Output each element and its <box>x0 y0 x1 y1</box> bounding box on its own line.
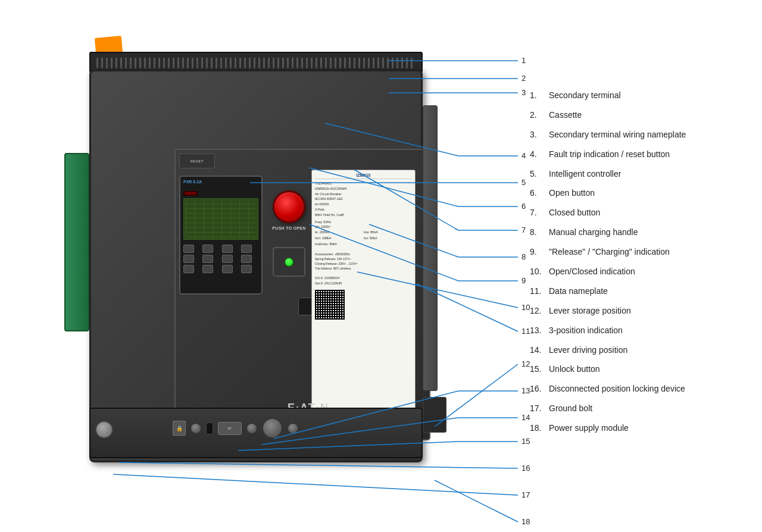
legend-item-9: 9. "Release" / "Charging" indication <box>530 246 744 258</box>
legend-number-3: 3. <box>530 129 549 140</box>
fault-reset-area: RESET <box>179 154 215 168</box>
data-row-7: MNV Hold Hz, CatB <box>315 212 412 218</box>
svg-line-23 <box>119 462 518 468</box>
legend-item-4: 4. Fault trip indication / reset button <box>530 149 744 160</box>
legend-number-4: 4. <box>530 149 549 160</box>
right-rail <box>423 105 438 391</box>
data-row-serial: GS-0: 21N08024 <box>315 276 412 281</box>
small-knob-3[interactable] <box>288 423 298 434</box>
lever-shape[interactable]: BT <box>218 422 242 435</box>
legend-item-6: 6. Open button <box>530 187 744 199</box>
legend-text-1: Secondary terminal <box>549 90 744 101</box>
legend-number-15: 15. <box>530 364 549 375</box>
legend-item-17: 17. Ground bolt <box>530 403 744 414</box>
legend-list: 1. Secondary terminal 2. Cassette 3. Sec… <box>530 90 744 442</box>
lock-icon: 🔒 <box>176 425 183 431</box>
terminal-dots <box>96 58 416 68</box>
legend-item-5: 5. Intelligent controller <box>530 168 744 180</box>
page-container: ▓▓▓▓▓▓▓▓▓▓▓▓▓▓▓▓▓▓▓▓▓▓▓▓▓▓▓▓▓▓▓▓▓▓▓▓▓▓▓▓… <box>0 0 762 532</box>
legend-text-13: 3-position indication <box>549 325 744 336</box>
left-accessory <box>64 153 89 331</box>
legend-number-11: 11. <box>530 286 549 297</box>
legend-number-10: 10. <box>530 266 549 277</box>
data-row-9: Ue: 1000V <box>315 224 412 230</box>
legend-text-10: Open/Closed indication <box>549 266 744 277</box>
ctrl-btn-5[interactable] <box>183 255 194 263</box>
lock-icon-box: 🔒 <box>173 421 186 436</box>
ctrl-btn-12[interactable] <box>241 265 252 273</box>
legend-text-14: Lever driving position <box>549 345 744 356</box>
legend-item-13: 13. 3-position indication <box>530 325 744 336</box>
data-row-3: Air Circuit Breaker <box>315 192 412 197</box>
legend-item-3: 3. Secondary terminal wiring nameplate <box>530 129 744 140</box>
legend-item-7: 7. Closed button <box>530 207 744 218</box>
data-col-1: Ie: 2000A <box>315 230 363 235</box>
small-knob-1[interactable] <box>190 423 201 434</box>
data-nameplate: IZM6GS Y12546911 IZM06GS-AGC2RWH Air Cir… <box>311 170 416 437</box>
legend-text-18: Power supply module <box>549 423 744 434</box>
legend-text-9: "Release" / "Charging" indication <box>549 246 744 258</box>
status-indicator: ERROR <box>183 191 198 196</box>
legend-text-17: Ground bolt <box>549 403 744 414</box>
ctrl-btn-4[interactable] <box>241 245 252 253</box>
legend-item-16: 16. Disconnected position locking device <box>530 383 744 395</box>
big-knob[interactable] <box>262 418 283 439</box>
legend-text-6: Open button <box>549 187 744 199</box>
legend-number-7: 7. <box>530 207 549 218</box>
diagram-area: ▓▓▓▓▓▓▓▓▓▓▓▓▓▓▓▓▓▓▓▓▓▓▓▓▓▓▓▓▓▓▓▓▓▓▓▓▓▓▓▓… <box>0 0 512 532</box>
legend-item-15: 15. Unlock button <box>530 364 744 375</box>
legend-number-6: 6. <box>530 187 549 199</box>
ctrl-btn-9[interactable] <box>183 265 194 273</box>
legend-text-5: Intelligent controller <box>549 168 744 180</box>
intelligent-controller: PXR 6.1A ERROR <box>179 176 263 295</box>
reset-label: RESET <box>190 159 204 163</box>
svg-line-24 <box>113 474 518 495</box>
legend-text-15: Unlock button <box>549 364 744 375</box>
legend-item-2: 2. Cassette <box>530 109 744 121</box>
data-row-8: Freq: 50Hz <box>315 220 412 225</box>
ctrl-btn-7[interactable] <box>222 255 233 263</box>
data-col-3: Icm: 168kA <box>315 236 363 241</box>
release-charging-indicator <box>273 247 305 277</box>
data-rows: Y12546911 IZM06GS-AGC2RWH Air Circuit Br… <box>315 181 412 320</box>
ctrl-btn-1[interactable] <box>183 245 194 253</box>
ctrl-btn-11[interactable] <box>222 265 233 273</box>
indicator-dot <box>285 258 293 267</box>
ctrl-btn-3[interactable] <box>222 245 233 253</box>
data-row-6: 3-Pole <box>315 207 412 212</box>
legend-number-8: 8. <box>530 227 549 238</box>
power-supply-module <box>423 397 446 433</box>
ctrl-btn-10[interactable] <box>202 265 213 273</box>
legend-text-16: Disconnected position locking device <box>549 383 744 395</box>
ctrl-btn-6[interactable] <box>202 255 213 263</box>
ctrl-btn-8[interactable] <box>241 255 252 263</box>
legend-number-9: 9. <box>530 246 549 258</box>
legend-text-3: Secondary terminal wiring nameplate <box>549 129 744 140</box>
controller-buttons-grid <box>183 245 258 273</box>
legend-number-13: 13. <box>530 325 549 336</box>
data-col-5: IcuEmax: 80kA <box>315 242 363 247</box>
lever-text: BT <box>228 427 232 430</box>
legend-number-2: 2. <box>530 109 549 121</box>
open-button[interactable] <box>273 190 305 223</box>
legend-text-12: Lever storage position <box>549 305 744 317</box>
data-row-2: IZM06GS-AGC2RWH <box>315 186 412 192</box>
data-row-acc-details: Spring Release: 100-127V~ Closing Releas… <box>315 256 412 271</box>
breaker-wrapper: ▓▓▓▓▓▓▓▓▓▓▓▓▓▓▓▓▓▓▓▓▓▓▓▓▓▓▓▓▓▓▓▓▓▓▓▓▓▓▓▓… <box>42 34 470 510</box>
svg-line-25 <box>435 480 518 522</box>
legend-item-12: 12. Lever storage position <box>530 305 744 317</box>
data-row-10: Ie: 2000A Icw: 80kA Icm: 168kA Ics: 80kA… <box>315 230 412 246</box>
small-knob-2[interactable] <box>246 423 257 434</box>
data-row-4: IEC/EN 60947-1&2 <box>315 196 412 202</box>
ground-bolt <box>95 421 113 439</box>
legend-item-10: 10. Open/Closed indication <box>530 266 744 277</box>
bottom-controls: 🔒 BT <box>173 418 298 439</box>
lcd-grid <box>186 201 256 237</box>
data-col-4: Ics: 80kA <box>364 236 412 241</box>
data-nameplate-label: IZM6GS <box>315 173 412 179</box>
qr-code <box>315 290 345 320</box>
ctrl-btn-2[interactable] <box>202 245 213 253</box>
legend-text-7: Closed button <box>549 207 744 218</box>
open-button-label: PUSH TO OPEN <box>264 226 314 230</box>
slot-hole <box>206 423 213 434</box>
